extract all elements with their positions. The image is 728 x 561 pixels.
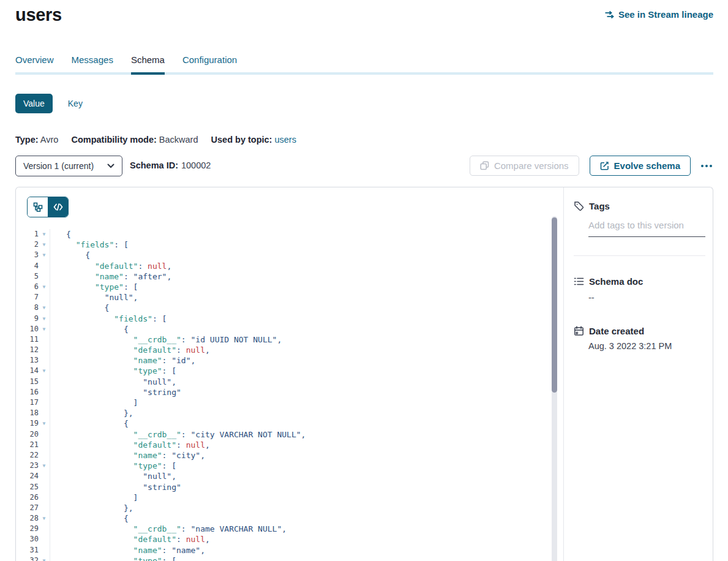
tab-key-link[interactable]: Key	[68, 99, 83, 108]
fold-gutter	[39, 450, 50, 461]
line-number: 25	[16, 482, 39, 492]
code-text: "type": [	[50, 461, 550, 471]
fold-gutter	[39, 408, 50, 418]
fold-gutter	[39, 345, 50, 355]
editor-view-toggle	[27, 197, 69, 217]
tags-section-header: Tags	[574, 200, 705, 212]
ellipsis-icon	[701, 165, 704, 167]
tag-icon	[574, 201, 584, 211]
fold-toggle-icon[interactable]: ▼	[39, 513, 50, 524]
code-line: 3▼ {	[16, 250, 550, 260]
fold-toggle-icon[interactable]: ▼	[39, 555, 50, 561]
fold-toggle-icon[interactable]: ▼	[39, 418, 50, 429]
sidebar-divider	[574, 255, 705, 256]
version-bar: Version 1 (current) Schema ID:100002 Com…	[15, 156, 713, 176]
compare-versions-label: Compare versions	[494, 160, 569, 171]
tab-overview[interactable]: Overview	[15, 55, 54, 72]
tree-view-icon	[33, 202, 43, 212]
code-text: },	[50, 408, 550, 418]
code-text: "name": "name",	[50, 545, 550, 555]
fold-toggle-icon[interactable]: ▼	[39, 461, 50, 471]
code-text: "type": [	[50, 366, 550, 376]
line-number: 31	[16, 545, 39, 555]
code-text: {	[50, 324, 550, 334]
line-number: 7	[16, 292, 39, 303]
fold-gutter	[39, 387, 50, 397]
used-by-topic-label: Used by topic:	[211, 135, 272, 145]
fold-gutter	[39, 429, 50, 440]
fold-toggle-icon[interactable]: ▼	[39, 282, 50, 292]
line-number: 26	[16, 492, 39, 503]
code-text: "__crdb__": "id UUID NOT NULL",	[50, 334, 550, 345]
fold-toggle-icon[interactable]: ▼	[39, 239, 50, 250]
tab-value-button[interactable]: Value	[15, 94, 53, 113]
fold-toggle-icon[interactable]: ▼	[39, 314, 50, 324]
code-line: 11 "__crdb__": "id UUID NOT NULL",	[16, 334, 550, 345]
type-label: Type:	[15, 135, 39, 145]
line-number: 12	[16, 345, 39, 355]
code-text: {	[50, 303, 550, 313]
line-number: 4	[16, 261, 39, 271]
code-line: 8▼ {	[16, 303, 550, 313]
editor-scrollbar-track[interactable]	[552, 216, 557, 561]
code-line: 5 "name": "after",	[16, 271, 550, 282]
version-select[interactable]: Version 1 (current)	[15, 156, 122, 176]
list-icon	[574, 277, 584, 286]
tab-schema[interactable]: Schema	[131, 55, 165, 72]
code-line: 32▼ "type": [	[16, 555, 550, 561]
evolve-schema-label: Evolve schema	[614, 160, 680, 171]
code-text: "default": null,	[50, 534, 550, 544]
line-number: 18	[16, 408, 39, 418]
fold-gutter	[39, 355, 50, 366]
see-in-stream-lineage-link[interactable]: See in Stream lineage	[604, 9, 713, 20]
evolve-schema-button[interactable]: Evolve schema	[590, 156, 691, 176]
code-line: 17 ]	[16, 397, 550, 408]
line-number: 16	[16, 387, 39, 397]
compare-versions-button[interactable]: Compare versions	[470, 156, 579, 176]
fold-gutter	[39, 492, 50, 503]
code-text: "fields": [	[50, 239, 550, 250]
code-line: 12 "default": null,	[16, 345, 550, 355]
schema-doc-value: --	[588, 293, 705, 303]
code-text: "string"	[50, 387, 550, 397]
editor-scrollbar-thumb[interactable]	[552, 217, 557, 393]
code-text: "string"	[50, 482, 550, 492]
see-in-stream-lineage-label: See in Stream lineage	[618, 9, 713, 20]
code-text: ]	[50, 492, 550, 503]
fold-toggle-icon[interactable]: ▼	[39, 229, 50, 239]
code-line: 6▼ "type": [	[16, 282, 550, 292]
fold-toggle-icon[interactable]: ▼	[39, 366, 50, 376]
code-line: 2▼ "fields": [	[16, 239, 550, 250]
code-text: "__crdb__": "city VARCHAR NOT NULL",	[50, 429, 550, 440]
fold-toggle-icon[interactable]: ▼	[39, 250, 50, 260]
fold-toggle-icon[interactable]: ▼	[39, 324, 50, 334]
fold-gutter	[39, 334, 50, 345]
line-number: 29	[16, 524, 39, 534]
code-line: 15 "null",	[16, 377, 550, 387]
code-line: 19▼ {	[16, 418, 550, 429]
used-by-topic-link[interactable]: users	[274, 135, 296, 145]
tree-view-button[interactable]	[28, 197, 48, 217]
code-text: "null",	[50, 377, 550, 387]
line-number: 5	[16, 271, 39, 282]
line-number: 15	[16, 377, 39, 387]
version-select-value: Version 1 (current)	[23, 161, 107, 171]
tab-bar: OverviewMessagesSchemaConfiguration	[15, 55, 713, 75]
calendar-plus-icon	[574, 326, 584, 336]
line-number: 28	[16, 513, 39, 524]
line-number: 8	[16, 303, 39, 313]
code-line: 7 "null",	[16, 292, 550, 303]
more-actions-button[interactable]	[700, 161, 713, 171]
line-number: 1	[16, 229, 39, 239]
code-view-button[interactable]	[48, 197, 68, 217]
tab-messages[interactable]: Messages	[72, 55, 113, 72]
schema-code-editor[interactable]: 1▼{2▼ "fields": [3▼ {4 "default": null,5…	[16, 187, 564, 561]
tab-configuration[interactable]: Configuration	[182, 55, 237, 72]
line-number: 30	[16, 534, 39, 544]
tags-input[interactable]	[588, 220, 705, 230]
code-line: 28▼ {	[16, 513, 550, 524]
fold-toggle-icon[interactable]: ▼	[39, 303, 50, 313]
line-number: 2	[16, 239, 39, 250]
code-text: "__crdb__": "name VARCHAR NULL",	[50, 524, 550, 534]
code-line: 21 "default": null,	[16, 440, 550, 450]
